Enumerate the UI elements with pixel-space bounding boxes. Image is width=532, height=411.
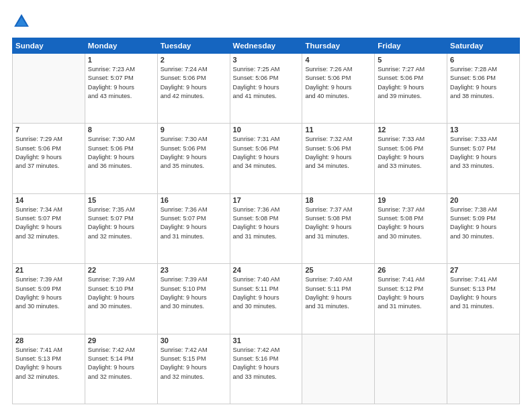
cell-info: Sunrise: 7:40 AMSunset: 5:11 PMDaylight:… (233, 275, 300, 311)
day-number: 9 (161, 126, 227, 134)
calendar-cell: 17Sunrise: 7:36 AMSunset: 5:08 PMDayligh… (230, 193, 302, 263)
calendar-cell: 6Sunrise: 7:28 AMSunset: 5:06 PMDaylight… (447, 54, 520, 124)
calendar-cell: 4Sunrise: 7:26 AMSunset: 5:06 PMDaylight… (302, 54, 375, 124)
weekday-header-monday: Monday (85, 38, 157, 54)
calendar-cell: 25Sunrise: 7:40 AMSunset: 5:11 PMDayligh… (302, 264, 375, 334)
cell-info: Sunrise: 7:41 AMSunset: 5:12 PMDaylight:… (378, 275, 444, 311)
day-number: 3 (233, 56, 300, 64)
day-number: 11 (305, 126, 371, 134)
week-row-4: 28Sunrise: 7:41 AMSunset: 5:13 PMDayligh… (13, 334, 520, 404)
day-number: 25 (305, 266, 371, 274)
cell-info: Sunrise: 7:27 AMSunset: 5:06 PMDaylight:… (378, 65, 444, 101)
day-number: 5 (378, 56, 444, 64)
cell-info: Sunrise: 7:36 AMSunset: 5:07 PMDaylight:… (161, 205, 227, 241)
calendar-cell: 8Sunrise: 7:30 AMSunset: 5:06 PMDaylight… (85, 124, 157, 193)
calendar-cell: 31Sunrise: 7:42 AMSunset: 5:16 PMDayligh… (230, 334, 302, 404)
cell-info: Sunrise: 7:38 AMSunset: 5:09 PMDaylight:… (450, 205, 517, 241)
cell-info: Sunrise: 7:42 AMSunset: 5:16 PMDaylight:… (233, 346, 300, 381)
cell-info: Sunrise: 7:32 AMSunset: 5:06 PMDaylight:… (305, 135, 371, 171)
cell-info: Sunrise: 7:39 AMSunset: 5:10 PMDaylight:… (161, 275, 227, 311)
cell-info: Sunrise: 7:31 AMSunset: 5:06 PMDaylight:… (233, 135, 300, 171)
calendar-cell: 10Sunrise: 7:31 AMSunset: 5:06 PMDayligh… (230, 124, 302, 193)
calendar: SundayMondayTuesdayWednesdayThursdayFrid… (12, 38, 520, 404)
day-number: 23 (161, 266, 227, 274)
cell-info: Sunrise: 7:41 AMSunset: 5:13 PMDaylight:… (15, 346, 82, 381)
calendar-cell: 21Sunrise: 7:39 AMSunset: 5:09 PMDayligh… (13, 264, 85, 334)
day-number: 30 (161, 336, 227, 345)
cell-info: Sunrise: 7:39 AMSunset: 5:10 PMDaylight:… (88, 275, 154, 311)
calendar-cell: 9Sunrise: 7:30 AMSunset: 5:06 PMDaylight… (157, 124, 230, 193)
weekday-header-row: SundayMondayTuesdayWednesdayThursdayFrid… (13, 38, 520, 54)
day-number: 24 (233, 266, 300, 274)
cell-info: Sunrise: 7:42 AMSunset: 5:15 PMDaylight:… (161, 346, 227, 381)
calendar-cell: 22Sunrise: 7:39 AMSunset: 5:10 PMDayligh… (85, 264, 157, 334)
day-number: 4 (305, 56, 371, 64)
week-row-0: 1Sunrise: 7:23 AMSunset: 5:07 PMDaylight… (13, 54, 520, 124)
cell-info: Sunrise: 7:26 AMSunset: 5:06 PMDaylight:… (305, 65, 371, 101)
day-number: 1 (88, 56, 154, 64)
cell-info: Sunrise: 7:30 AMSunset: 5:06 PMDaylight:… (161, 135, 227, 171)
day-number: 20 (450, 196, 517, 204)
weekday-header-sunday: Sunday (13, 38, 85, 54)
cell-info: Sunrise: 7:28 AMSunset: 5:06 PMDaylight:… (450, 65, 517, 101)
calendar-cell: 14Sunrise: 7:34 AMSunset: 5:07 PMDayligh… (13, 193, 85, 263)
calendar-cell: 2Sunrise: 7:24 AMSunset: 5:06 PMDaylight… (157, 54, 230, 124)
calendar-cell: 27Sunrise: 7:41 AMSunset: 5:13 PMDayligh… (447, 264, 520, 334)
calendar-cell: 30Sunrise: 7:42 AMSunset: 5:15 PMDayligh… (157, 334, 230, 404)
logo (12, 12, 34, 31)
calendar-cell: 20Sunrise: 7:38 AMSunset: 5:09 PMDayligh… (447, 193, 520, 263)
calendar-cell: 28Sunrise: 7:41 AMSunset: 5:13 PMDayligh… (13, 334, 85, 404)
cell-info: Sunrise: 7:30 AMSunset: 5:06 PMDaylight:… (88, 135, 154, 171)
week-row-1: 7Sunrise: 7:29 AMSunset: 5:06 PMDaylight… (13, 124, 520, 193)
calendar-cell: 29Sunrise: 7:42 AMSunset: 5:14 PMDayligh… (85, 334, 157, 404)
weekday-header-friday: Friday (375, 38, 447, 54)
calendar-cell: 1Sunrise: 7:23 AMSunset: 5:07 PMDaylight… (85, 54, 157, 124)
page: SundayMondayTuesdayWednesdayThursdayFrid… (0, 0, 532, 411)
day-number: 12 (378, 126, 444, 134)
day-number: 17 (233, 196, 300, 204)
day-number: 26 (378, 266, 444, 274)
cell-info: Sunrise: 7:34 AMSunset: 5:07 PMDaylight:… (15, 205, 82, 241)
calendar-cell: 5Sunrise: 7:27 AMSunset: 5:06 PMDaylight… (375, 54, 447, 124)
calendar-cell: 15Sunrise: 7:35 AMSunset: 5:07 PMDayligh… (85, 193, 157, 263)
cell-info: Sunrise: 7:39 AMSunset: 5:09 PMDaylight:… (15, 275, 82, 311)
calendar-cell: 7Sunrise: 7:29 AMSunset: 5:06 PMDaylight… (13, 124, 85, 193)
calendar-cell: 16Sunrise: 7:36 AMSunset: 5:07 PMDayligh… (157, 193, 230, 263)
calendar-cell: 24Sunrise: 7:40 AMSunset: 5:11 PMDayligh… (230, 264, 302, 334)
calendar-cell (302, 334, 375, 404)
calendar-cell: 23Sunrise: 7:39 AMSunset: 5:10 PMDayligh… (157, 264, 230, 334)
day-number: 19 (378, 196, 444, 204)
calendar-cell: 12Sunrise: 7:33 AMSunset: 5:06 PMDayligh… (375, 124, 447, 193)
day-number: 28 (15, 336, 82, 345)
calendar-cell (375, 334, 447, 404)
day-number: 31 (233, 336, 300, 345)
calendar-cell: 19Sunrise: 7:37 AMSunset: 5:08 PMDayligh… (375, 193, 447, 263)
weekday-header-thursday: Thursday (302, 38, 375, 54)
day-number: 8 (88, 126, 154, 134)
weekday-header-saturday: Saturday (447, 38, 520, 54)
day-number: 14 (15, 196, 82, 204)
day-number: 15 (88, 196, 154, 204)
day-number: 16 (161, 196, 227, 204)
cell-info: Sunrise: 7:40 AMSunset: 5:11 PMDaylight:… (305, 275, 371, 311)
cell-info: Sunrise: 7:37 AMSunset: 5:08 PMDaylight:… (378, 205, 444, 241)
calendar-cell: 3Sunrise: 7:25 AMSunset: 5:06 PMDaylight… (230, 54, 302, 124)
calendar-cell: 13Sunrise: 7:33 AMSunset: 5:07 PMDayligh… (447, 124, 520, 193)
week-row-2: 14Sunrise: 7:34 AMSunset: 5:07 PMDayligh… (13, 193, 520, 263)
day-number: 21 (15, 266, 82, 274)
calendar-cell (447, 334, 520, 404)
weekday-header-tuesday: Tuesday (157, 38, 230, 54)
cell-info: Sunrise: 7:35 AMSunset: 5:07 PMDaylight:… (88, 205, 154, 241)
calendar-cell (13, 54, 85, 124)
week-row-3: 21Sunrise: 7:39 AMSunset: 5:09 PMDayligh… (13, 264, 520, 334)
day-number: 27 (450, 266, 517, 274)
cell-info: Sunrise: 7:29 AMSunset: 5:06 PMDaylight:… (15, 135, 82, 171)
calendar-cell: 18Sunrise: 7:37 AMSunset: 5:08 PMDayligh… (302, 193, 375, 263)
day-number: 29 (88, 336, 154, 345)
weekday-header-wednesday: Wednesday (230, 38, 302, 54)
cell-info: Sunrise: 7:24 AMSunset: 5:06 PMDaylight:… (161, 65, 227, 101)
cell-info: Sunrise: 7:41 AMSunset: 5:13 PMDaylight:… (450, 275, 517, 311)
cell-info: Sunrise: 7:33 AMSunset: 5:07 PMDaylight:… (450, 135, 517, 171)
cell-info: Sunrise: 7:37 AMSunset: 5:08 PMDaylight:… (305, 205, 371, 241)
day-number: 2 (161, 56, 227, 64)
